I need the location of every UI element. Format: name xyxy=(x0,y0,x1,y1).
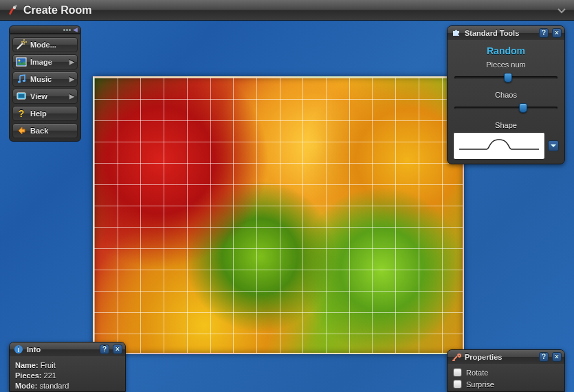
panel-help-button[interactable]: ? xyxy=(539,28,549,38)
panel-title-label: Standard Tools xyxy=(465,29,536,37)
panel-help-button[interactable]: ? xyxy=(539,352,549,362)
menu-item-mode[interactable]: Mode... xyxy=(12,37,78,52)
rotate-label: Rotate xyxy=(466,369,488,377)
pieces-num-label: Pieces num xyxy=(486,61,525,69)
menu-label: Help xyxy=(30,109,74,118)
menu-label: Music xyxy=(30,75,69,83)
surprise-label: Surprise xyxy=(466,380,494,389)
music-icon xyxy=(16,74,27,85)
svg-rect-1 xyxy=(16,58,26,66)
info-pieces-row: Pieces: 221 xyxy=(15,371,56,381)
shape-label: Shape xyxy=(495,121,517,129)
svg-text:?: ? xyxy=(19,108,25,119)
back-icon xyxy=(16,125,27,136)
slider-thumb[interactable] xyxy=(519,103,527,113)
slider-thumb[interactable] xyxy=(504,73,512,83)
submenu-arrow-icon: ▶ xyxy=(69,58,74,65)
menu-item-help[interactable]: ? Help xyxy=(12,106,78,121)
tools-icon xyxy=(452,352,461,362)
chaos-label: Chaos xyxy=(495,91,517,99)
panel-title-bar[interactable]: Standard Tools ? × xyxy=(448,26,564,40)
info-mode-row: Mode: standard xyxy=(15,381,69,391)
svg-point-2 xyxy=(19,60,21,62)
info-icon: i xyxy=(14,345,23,354)
panel-close-button[interactable]: × xyxy=(113,345,122,354)
help-icon: ? xyxy=(16,108,27,119)
surprise-checkbox[interactable] xyxy=(453,380,462,389)
sidebar-collapse-handle[interactable]: ◀ xyxy=(9,25,81,34)
tool-heading: Random xyxy=(487,45,525,56)
panel-title-bar[interactable]: i Info ? × xyxy=(10,342,125,356)
menu-item-back[interactable]: Back xyxy=(12,123,78,138)
puzzle-piece-icon xyxy=(452,28,461,38)
title-bar: Create Room xyxy=(0,0,574,21)
svg-rect-6 xyxy=(19,94,24,98)
panel-close-button[interactable]: × xyxy=(552,28,562,38)
page-title: Create Room xyxy=(23,4,92,17)
shape-dropdown-button[interactable] xyxy=(548,140,559,151)
svg-rect-10 xyxy=(452,360,455,361)
submenu-arrow-icon: ▶ xyxy=(69,93,74,100)
menu-label: Image xyxy=(30,58,69,66)
sidebar: ◀ Mode... Image ▶ Music ▶ View ▶ ? Help … xyxy=(9,25,81,142)
chaos-slider[interactable] xyxy=(454,102,558,114)
menu-item-view[interactable]: View ▶ xyxy=(12,89,78,104)
collapse-header-button[interactable] xyxy=(556,5,567,16)
puzzle-preview[interactable] xyxy=(93,76,464,354)
menu-item-image[interactable]: Image ▶ xyxy=(12,54,78,69)
app-icon xyxy=(7,5,18,16)
view-icon xyxy=(16,91,27,102)
menu-label: View xyxy=(30,92,69,100)
menu-label: Mode... xyxy=(30,41,74,49)
panel-help-button[interactable]: ? xyxy=(100,345,109,354)
sidebar-menu: Mode... Image ▶ Music ▶ View ▶ ? Help Ba… xyxy=(9,34,81,142)
pieces-num-slider[interactable] xyxy=(454,72,558,84)
menu-item-music[interactable]: Music ▶ xyxy=(12,72,78,87)
menu-label: Back xyxy=(30,127,74,135)
standard-tools-panel: Standard Tools ? × Random Pieces num Cha… xyxy=(447,25,565,164)
surprise-checkbox-row: Surprise xyxy=(453,380,494,389)
image-icon xyxy=(16,56,27,67)
svg-text:i: i xyxy=(18,346,20,353)
shape-preview xyxy=(453,132,545,160)
title-bar-left: Create Room xyxy=(7,4,92,17)
rotate-checkbox[interactable] xyxy=(453,368,462,377)
panel-title-bar[interactable]: Properties ? × xyxy=(448,350,564,364)
info-panel: i Info ? × Name: Fruit Pieces: 221 Mode:… xyxy=(9,342,126,392)
panel-title-label: Properties xyxy=(465,353,536,361)
panel-close-button[interactable]: × xyxy=(552,352,562,362)
info-name-row: Name: Fruit xyxy=(15,360,56,371)
wand-icon xyxy=(16,39,27,50)
rotate-checkbox-row: Rotate xyxy=(453,368,488,377)
submenu-arrow-icon: ▶ xyxy=(69,76,74,83)
svg-point-4 xyxy=(23,80,25,82)
panel-title-label: Info xyxy=(27,345,96,353)
properties-panel: Properties ? × Rotate Surprise xyxy=(447,349,565,392)
